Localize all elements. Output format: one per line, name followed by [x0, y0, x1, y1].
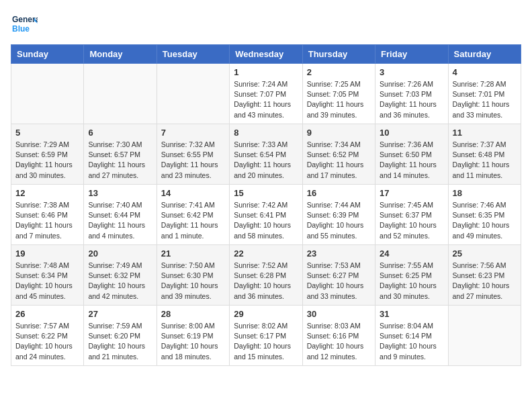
calendar-cell: 9 Sunrise: 7:34 AM Sunset: 6:52 PM Dayli…: [302, 124, 375, 185]
calendar-week-row: 1 Sunrise: 7:24 AM Sunset: 7:07 PM Dayli…: [11, 64, 521, 124]
day-info: Sunrise: 7:37 AM Sunset: 6:48 PM Dayligh…: [453, 140, 517, 181]
day-info: Sunrise: 8:04 AM Sunset: 6:14 PM Dayligh…: [380, 321, 443, 362]
day-number: 31: [380, 309, 443, 319]
calendar-cell: 29 Sunrise: 8:02 AM Sunset: 6:17 PM Dayl…: [230, 306, 302, 366]
day-number: 23: [307, 248, 371, 259]
day-info: Sunrise: 7:50 AM Sunset: 6:30 PM Dayligh…: [161, 261, 225, 302]
day-number: 13: [88, 188, 152, 198]
day-info: Sunrise: 7:46 AM Sunset: 6:35 PM Dayligh…: [453, 200, 517, 241]
calendar-cell: 28 Sunrise: 8:00 AM Sunset: 6:19 PM Dayl…: [157, 306, 229, 366]
day-number: 10: [380, 128, 443, 138]
calendar-cell: 15 Sunrise: 7:42 AM Sunset: 6:41 PM Dayl…: [230, 185, 302, 245]
weekday-header: Tuesday: [157, 45, 229, 64]
calendar-cell: 17 Sunrise: 7:45 AM Sunset: 6:37 PM Dayl…: [375, 185, 448, 245]
day-info: Sunrise: 8:03 AM Sunset: 6:16 PM Dayligh…: [307, 321, 371, 362]
calendar-cell: 30 Sunrise: 8:03 AM Sunset: 6:16 PM Dayl…: [302, 306, 375, 366]
day-number: 29: [234, 309, 298, 319]
day-info: Sunrise: 7:40 AM Sunset: 6:44 PM Dayligh…: [88, 200, 152, 241]
svg-text:General: General: [12, 15, 38, 24]
weekday-header: Saturday: [448, 45, 521, 64]
day-number: 14: [161, 188, 225, 198]
weekday-header: Friday: [375, 45, 448, 64]
calendar-cell: 24 Sunrise: 7:55 AM Sunset: 6:25 PM Dayl…: [375, 245, 448, 306]
day-info: Sunrise: 7:34 AM Sunset: 6:52 PM Dayligh…: [307, 140, 371, 181]
day-number: 15: [234, 188, 298, 198]
day-info: Sunrise: 7:56 AM Sunset: 6:23 PM Dayligh…: [453, 261, 517, 302]
calendar-cell: 10 Sunrise: 7:36 AM Sunset: 6:50 PM Dayl…: [375, 124, 448, 185]
day-info: Sunrise: 7:53 AM Sunset: 6:27 PM Dayligh…: [307, 261, 371, 302]
calendar-cell: 4 Sunrise: 7:28 AM Sunset: 7:01 PM Dayli…: [448, 64, 521, 124]
day-number: 11: [453, 128, 517, 138]
day-info: Sunrise: 7:57 AM Sunset: 6:22 PM Dayligh…: [15, 321, 79, 362]
weekday-header: Monday: [84, 45, 157, 64]
day-number: 1: [234, 67, 298, 77]
day-number: 4: [453, 67, 517, 77]
day-info: Sunrise: 7:52 AM Sunset: 6:28 PM Dayligh…: [234, 261, 298, 302]
day-number: 27: [88, 309, 152, 319]
calendar-cell: 13 Sunrise: 7:40 AM Sunset: 6:44 PM Dayl…: [84, 185, 157, 245]
calendar-cell: [448, 306, 521, 366]
day-info: Sunrise: 7:32 AM Sunset: 6:55 PM Dayligh…: [161, 140, 225, 181]
day-info: Sunrise: 7:24 AM Sunset: 7:07 PM Dayligh…: [234, 79, 298, 120]
day-number: 19: [15, 248, 79, 259]
day-number: 18: [453, 188, 517, 198]
day-number: 16: [307, 188, 371, 198]
day-number: 22: [234, 248, 298, 259]
day-info: Sunrise: 7:38 AM Sunset: 6:46 PM Dayligh…: [15, 200, 79, 241]
day-number: 5: [15, 128, 79, 138]
day-number: 7: [161, 128, 225, 138]
calendar-cell: 19 Sunrise: 7:48 AM Sunset: 6:34 PM Dayl…: [11, 245, 84, 306]
day-info: Sunrise: 7:59 AM Sunset: 6:20 PM Dayligh…: [88, 321, 152, 362]
day-number: 8: [234, 128, 298, 138]
calendar-cell: [157, 64, 229, 124]
day-number: 20: [88, 248, 152, 259]
day-info: Sunrise: 7:36 AM Sunset: 6:50 PM Dayligh…: [380, 140, 443, 181]
day-info: Sunrise: 7:45 AM Sunset: 6:37 PM Dayligh…: [380, 200, 443, 241]
day-info: Sunrise: 7:33 AM Sunset: 6:54 PM Dayligh…: [234, 140, 298, 181]
day-info: Sunrise: 7:55 AM Sunset: 6:25 PM Dayligh…: [380, 261, 443, 302]
calendar-cell: 26 Sunrise: 7:57 AM Sunset: 6:22 PM Dayl…: [11, 306, 84, 366]
weekday-header: Sunday: [11, 45, 84, 64]
day-info: Sunrise: 7:44 AM Sunset: 6:39 PM Dayligh…: [307, 200, 371, 241]
day-number: 30: [307, 309, 371, 319]
calendar-cell: 22 Sunrise: 7:52 AM Sunset: 6:28 PM Dayl…: [230, 245, 302, 306]
logo-svg: General Blue: [11, 11, 38, 38]
day-info: Sunrise: 7:26 AM Sunset: 7:03 PM Dayligh…: [380, 79, 443, 120]
calendar-cell: 16 Sunrise: 7:44 AM Sunset: 6:39 PM Dayl…: [302, 185, 375, 245]
day-info: Sunrise: 7:25 AM Sunset: 7:05 PM Dayligh…: [307, 79, 371, 120]
day-number: 9: [307, 128, 371, 138]
day-number: 17: [380, 188, 443, 198]
calendar-week-row: 26 Sunrise: 7:57 AM Sunset: 6:22 PM Dayl…: [11, 306, 521, 366]
weekday-header: Wednesday: [230, 45, 302, 64]
page-header: General Blue: [11, 11, 521, 38]
logo: General Blue: [11, 11, 38, 38]
day-info: Sunrise: 7:48 AM Sunset: 6:34 PM Dayligh…: [15, 261, 79, 302]
day-number: 2: [307, 67, 371, 77]
day-info: Sunrise: 7:29 AM Sunset: 6:59 PM Dayligh…: [15, 140, 79, 181]
calendar-cell: 5 Sunrise: 7:29 AM Sunset: 6:59 PM Dayli…: [11, 124, 84, 185]
calendar-week-row: 5 Sunrise: 7:29 AM Sunset: 6:59 PM Dayli…: [11, 124, 521, 185]
calendar-cell: 11 Sunrise: 7:37 AM Sunset: 6:48 PM Dayl…: [448, 124, 521, 185]
day-info: Sunrise: 7:42 AM Sunset: 6:41 PM Dayligh…: [234, 200, 298, 241]
calendar-cell: 6 Sunrise: 7:30 AM Sunset: 6:57 PM Dayli…: [84, 124, 157, 185]
calendar-cell: 8 Sunrise: 7:33 AM Sunset: 6:54 PM Dayli…: [230, 124, 302, 185]
calendar-cell: 3 Sunrise: 7:26 AM Sunset: 7:03 PM Dayli…: [375, 64, 448, 124]
calendar-table: SundayMondayTuesdayWednesdayThursdayFrid…: [11, 44, 521, 366]
calendar-cell: 20 Sunrise: 7:49 AM Sunset: 6:32 PM Dayl…: [84, 245, 157, 306]
calendar-cell: [11, 64, 84, 124]
day-info: Sunrise: 7:30 AM Sunset: 6:57 PM Dayligh…: [88, 140, 152, 181]
calendar-cell: 31 Sunrise: 8:04 AM Sunset: 6:14 PM Dayl…: [375, 306, 448, 366]
day-number: 12: [15, 188, 79, 198]
calendar-week-row: 19 Sunrise: 7:48 AM Sunset: 6:34 PM Dayl…: [11, 245, 521, 306]
calendar-cell: 27 Sunrise: 7:59 AM Sunset: 6:20 PM Dayl…: [84, 306, 157, 366]
calendar-cell: 23 Sunrise: 7:53 AM Sunset: 6:27 PM Dayl…: [302, 245, 375, 306]
day-info: Sunrise: 7:41 AM Sunset: 6:42 PM Dayligh…: [161, 200, 225, 241]
calendar-cell: 18 Sunrise: 7:46 AM Sunset: 6:35 PM Dayl…: [448, 185, 521, 245]
day-number: 3: [380, 67, 443, 77]
weekday-header-row: SundayMondayTuesdayWednesdayThursdayFrid…: [11, 45, 521, 64]
day-number: 24: [380, 248, 443, 259]
calendar-cell: 2 Sunrise: 7:25 AM Sunset: 7:05 PM Dayli…: [302, 64, 375, 124]
calendar-cell: [84, 64, 157, 124]
day-info: Sunrise: 8:02 AM Sunset: 6:17 PM Dayligh…: [234, 321, 298, 362]
day-number: 28: [161, 309, 225, 319]
